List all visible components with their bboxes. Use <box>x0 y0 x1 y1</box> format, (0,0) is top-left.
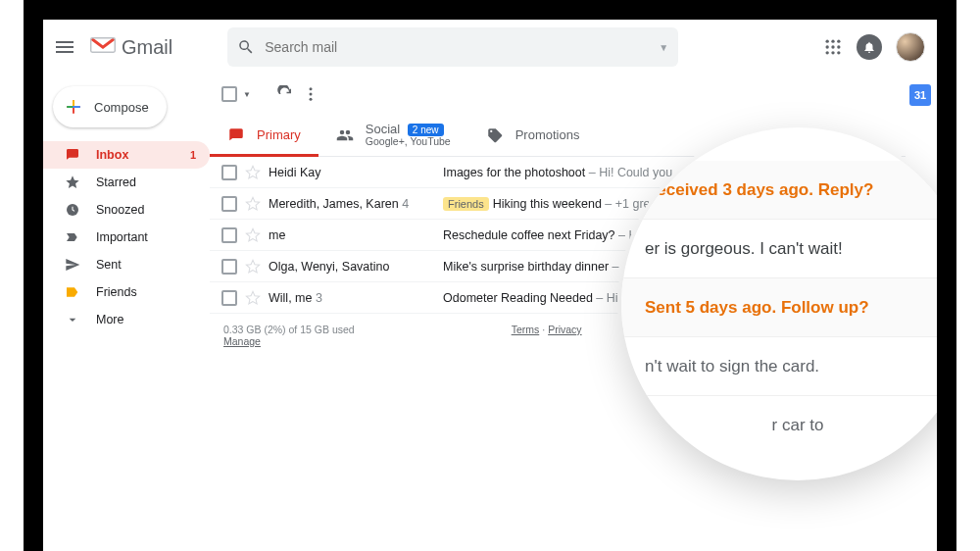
send-icon <box>65 257 80 273</box>
clock-icon <box>65 202 80 218</box>
sidebar-item-sent[interactable]: Sent <box>43 251 210 278</box>
select-all-checkbox[interactable] <box>221 86 237 102</box>
tab-social-badge: 2 new <box>408 124 444 136</box>
svg-point-9 <box>837 51 840 54</box>
row-checkbox[interactable] <box>221 290 237 306</box>
label-icon <box>65 284 80 300</box>
chevron-down-icon <box>65 312 80 327</box>
storage-used: 0.33 GB (2%) of 15 GB used <box>223 324 355 335</box>
apps-grid-icon[interactable] <box>823 37 843 57</box>
star-outline-icon[interactable] <box>245 259 261 275</box>
svg-point-7 <box>826 51 829 54</box>
search-input[interactable] <box>265 39 659 55</box>
search-options-caret-icon[interactable]: ▼ <box>659 42 668 53</box>
star-outline-icon[interactable] <box>245 196 261 212</box>
mag-snippet: er is gorgeous. I can't wait! <box>645 239 843 259</box>
svg-point-1 <box>826 40 829 43</box>
tab-primary[interactable]: Primary <box>210 114 318 156</box>
inbox-icon <box>65 147 80 163</box>
sidebar-item-starred[interactable]: Starred <box>43 169 210 196</box>
tab-social[interactable]: Social 2 new Google+, YouTube <box>318 114 468 156</box>
inbox-count: 1 <box>190 149 196 161</box>
svg-point-5 <box>831 45 834 48</box>
email-subject: Hiking this weekend <box>493 197 602 211</box>
manage-storage-link[interactable]: Manage <box>223 335 261 347</box>
email-sender: Will, me 3 <box>269 291 435 305</box>
svg-point-3 <box>837 40 840 43</box>
email-subject: Mike's surprise birthday dinner <box>443 260 609 274</box>
tab-social-sub: Google+, YouTube <box>366 136 451 148</box>
side-rail: 31 <box>909 84 931 106</box>
tab-promotions[interactable]: Promotions <box>468 114 598 156</box>
sidebar-item-label: Starred <box>96 175 196 189</box>
star-outline-icon[interactable] <box>245 290 261 306</box>
nudge-reply-text: Received 3 days ago. Reply? <box>645 180 873 200</box>
sidebar-item-inbox[interactable]: Inbox 1 <box>43 141 210 169</box>
toolbar: ▼ <box>210 75 906 114</box>
calendar-rail-icon[interactable]: 31 <box>909 84 931 106</box>
privacy-link[interactable]: Privacy <box>548 324 581 335</box>
svg-point-12 <box>309 93 312 96</box>
email-sender: Heidi Kay <box>269 166 435 179</box>
email-subject: Odometer Reading Needed <box>443 291 593 305</box>
tab-label: Promotions <box>515 127 580 142</box>
email-sender: me <box>269 228 435 242</box>
tab-label: Social <box>366 122 400 136</box>
plus-icon <box>65 98 82 116</box>
gmail-m-icon <box>90 35 116 59</box>
email-sender: Meredith, James, Karen 4 <box>269 197 435 211</box>
row-checkbox[interactable] <box>221 196 237 212</box>
compose-label: Compose <box>94 100 149 115</box>
select-menu-caret-icon[interactable]: ▼ <box>243 90 251 99</box>
tab-label: Primary <box>257 127 301 142</box>
sidebar-item-label: More <box>96 313 196 326</box>
app-name: Gmail <box>122 36 172 59</box>
more-vert-icon[interactable] <box>302 85 319 103</box>
mag-snippet: r car to <box>772 416 824 435</box>
star-outline-icon[interactable] <box>245 165 261 180</box>
sidebar-item-friends[interactable]: Friends <box>43 278 210 306</box>
star-outline-icon[interactable] <box>245 227 261 243</box>
tag-icon <box>486 126 504 144</box>
people-icon <box>336 126 354 144</box>
svg-point-4 <box>826 45 829 48</box>
row-checkbox[interactable] <box>221 227 237 243</box>
sidebar-item-snoozed[interactable]: Snoozed <box>43 196 210 224</box>
svg-point-6 <box>837 45 840 48</box>
email-snippet: – Hi! Could you… <box>585 166 684 179</box>
row-checkbox[interactable] <box>221 165 237 180</box>
sidebar-item-more[interactable]: More <box>43 306 210 333</box>
row-checkbox[interactable] <box>221 259 237 275</box>
hamburger-menu-icon[interactable] <box>53 35 76 59</box>
terms-link[interactable]: Terms <box>512 324 540 335</box>
svg-point-13 <box>309 98 312 101</box>
email-sender: Olga, Wenyi, Savatino <box>269 260 435 274</box>
sidebar-item-label: Important <box>96 230 196 244</box>
sidebar-item-label: Inbox <box>96 148 174 162</box>
account-avatar[interactable] <box>896 32 925 62</box>
inbox-tab-icon <box>227 126 245 144</box>
email-label-chip: Friends <box>443 197 489 211</box>
sidebar-item-label: Snoozed <box>96 203 196 217</box>
search-icon <box>237 38 255 56</box>
email-subject: Images for the photoshoot <box>443 166 585 179</box>
email-subject: Reschedule coffee next Friday? <box>443 228 615 242</box>
star-icon <box>65 175 80 190</box>
compose-button[interactable]: Compose <box>53 86 167 127</box>
gmail-logo: Gmail <box>90 35 172 59</box>
sidebar-item-important[interactable]: Important <box>43 224 210 251</box>
search-bar[interactable]: ▼ <box>227 27 678 67</box>
svg-point-8 <box>831 51 834 54</box>
refresh-icon[interactable] <box>276 85 294 103</box>
sidebar: Compose Inbox 1 Starred Snoozed I <box>43 75 210 551</box>
important-icon <box>65 229 80 245</box>
sidebar-item-label: Sent <box>96 258 196 272</box>
mag-snippet: n't wait to sign the card. <box>645 357 819 376</box>
notifications-icon[interactable] <box>857 34 882 60</box>
svg-point-2 <box>831 40 834 43</box>
svg-point-11 <box>309 87 312 90</box>
sidebar-item-label: Friends <box>96 285 196 299</box>
nudge-followup-text: Sent 5 days ago. Follow up? <box>645 298 869 318</box>
